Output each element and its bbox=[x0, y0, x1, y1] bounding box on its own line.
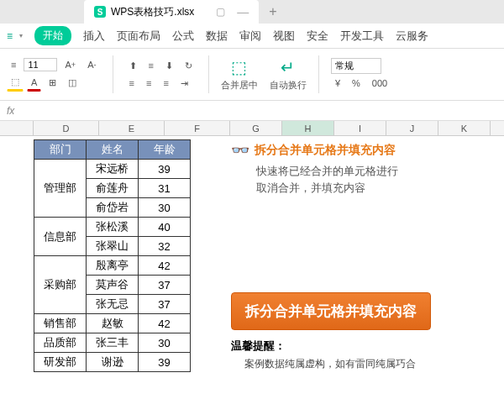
table-row: 研发部谢逊39 bbox=[34, 353, 191, 372]
currency-icon[interactable]: ¥ bbox=[331, 76, 344, 91]
name-cell[interactable]: 张三丰 bbox=[87, 333, 139, 353]
age-cell[interactable]: 31 bbox=[139, 179, 191, 198]
menubar: ≡ ▾ 开始 插入 页面布局 公式 数据 审阅 视图 安全 开发工具 云服务 bbox=[0, 24, 504, 49]
border-icon[interactable]: ⊞ bbox=[45, 75, 60, 91]
age-cell[interactable]: 40 bbox=[139, 218, 191, 237]
name-cell[interactable]: 殷离亭 bbox=[87, 256, 139, 276]
age-cell[interactable]: 30 bbox=[139, 198, 191, 218]
dept-cell[interactable]: 信息部 bbox=[34, 218, 87, 256]
dept-cell[interactable]: 研发部 bbox=[34, 353, 87, 372]
name-cell[interactable]: 俞莲舟 bbox=[87, 179, 139, 198]
info-title: 拆分合并单元格并填充内容 bbox=[255, 143, 396, 158]
tab-close-icon[interactable]: — bbox=[237, 5, 249, 18]
header-cell[interactable]: 姓名 bbox=[87, 140, 139, 160]
indent-icon[interactable]: ⇥ bbox=[176, 76, 192, 92]
menu-data[interactable]: 数据 bbox=[206, 29, 228, 44]
name-cell[interactable]: 俞岱岩 bbox=[87, 198, 139, 218]
number-format-select[interactable]: 常规 bbox=[331, 58, 381, 74]
new-tab-button[interactable]: + bbox=[269, 4, 276, 19]
dept-cell[interactable]: 管理部 bbox=[34, 160, 87, 218]
corner-cell[interactable] bbox=[0, 121, 34, 135]
age-cell[interactable]: 37 bbox=[139, 276, 191, 295]
data-table: 部门姓名年龄 管理部宋远桥39俞莲舟31俞岱岩30信息部张松溪40张翠山32采购… bbox=[34, 139, 191, 372]
age-cell[interactable]: 30 bbox=[139, 333, 191, 353]
dept-cell[interactable]: 销售部 bbox=[34, 314, 87, 333]
col-header-D[interactable]: D bbox=[34, 121, 99, 135]
decrease-font-icon[interactable]: A- bbox=[83, 57, 100, 72]
wrap-icon: ↵ bbox=[278, 57, 298, 77]
glasses-icon: 👓 bbox=[231, 141, 249, 160]
menu-file-icon[interactable]: ≡ bbox=[7, 30, 13, 42]
merge-center-button[interactable]: ⬚ 合并居中 bbox=[221, 57, 258, 92]
align-mid-icon[interactable]: ≡ bbox=[144, 58, 158, 73]
col-header-F[interactable]: F bbox=[165, 121, 230, 135]
menu-formula[interactable]: 公式 bbox=[172, 29, 194, 44]
header-cell[interactable]: 部门 bbox=[34, 140, 87, 160]
table-row: 销售部赵敏42 bbox=[34, 314, 191, 333]
percent-icon[interactable]: % bbox=[348, 76, 365, 91]
name-cell[interactable]: 张翠山 bbox=[87, 237, 139, 256]
dept-cell[interactable]: 品质部 bbox=[34, 333, 87, 353]
menu-layout[interactable]: 页面布局 bbox=[117, 29, 160, 44]
align-top2-icon[interactable]: ⬆ bbox=[125, 58, 141, 74]
name-cell[interactable]: 宋远桥 bbox=[87, 160, 139, 179]
header-cell[interactable]: 年龄 bbox=[139, 140, 191, 160]
align-left-icon[interactable]: ≡ bbox=[125, 76, 139, 91]
info-title-row: 👓 拆分合并单元格并填充内容 bbox=[231, 141, 475, 160]
menu-view[interactable]: 视图 bbox=[273, 29, 295, 44]
menu-left-icons: ≡ ▾ bbox=[7, 30, 23, 42]
name-cell[interactable]: 赵敏 bbox=[87, 314, 139, 333]
align-bot-icon[interactable]: ⬇ bbox=[161, 58, 177, 74]
formula-bar: fx bbox=[0, 101, 504, 121]
separator bbox=[318, 55, 319, 93]
separator bbox=[113, 55, 113, 93]
menu-security[interactable]: 安全 bbox=[307, 29, 328, 44]
align-top-icon[interactable]: ≡ bbox=[7, 57, 20, 72]
toolbar: ≡ 11 A+ A- ⬚ A ⊞ ◫ ⬆ ≡ ⬇ ↻ ≡ ≡ ≡ ⇥ ⬚ 合并居… bbox=[0, 49, 504, 101]
fx-label: fx bbox=[7, 105, 14, 117]
age-cell[interactable]: 39 bbox=[139, 160, 191, 179]
align-center-icon[interactable]: ≡ bbox=[142, 76, 155, 91]
col-header-G[interactable]: G bbox=[230, 121, 282, 135]
comma-icon[interactable]: 000 bbox=[368, 76, 391, 91]
table-row: 品质部张三丰30 bbox=[34, 333, 191, 353]
dept-cell[interactable]: 采购部 bbox=[34, 256, 87, 314]
separator bbox=[208, 55, 209, 93]
menu-review[interactable]: 审阅 bbox=[239, 29, 261, 44]
table-row: 信息部张松溪40 bbox=[34, 218, 191, 237]
age-cell[interactable]: 39 bbox=[139, 353, 191, 372]
increase-font-icon[interactable]: A+ bbox=[60, 57, 80, 72]
col-header-H[interactable]: H bbox=[282, 121, 334, 135]
table-row: 管理部宋远桥39 bbox=[34, 160, 191, 179]
age-cell[interactable]: 37 bbox=[139, 295, 191, 314]
name-cell[interactable]: 张无忌 bbox=[87, 295, 139, 314]
col-header-E[interactable]: E bbox=[99, 121, 165, 135]
col-header-I[interactable]: I bbox=[334, 121, 386, 135]
col-header-K[interactable]: K bbox=[438, 121, 491, 135]
info-desc: 快速将已经合并的单元格进行 取消合并，并填充内容 bbox=[256, 163, 475, 196]
tab-window-icon[interactable]: ▢ bbox=[216, 6, 225, 18]
remind-text: 案例数据纯属虚构，如有雷同纯属巧合 bbox=[244, 357, 475, 371]
age-cell[interactable]: 42 bbox=[139, 314, 191, 333]
split-merge-button[interactable]: 拆分合并单元格并填充内容 bbox=[231, 292, 431, 330]
menu-devtools[interactable]: 开发工具 bbox=[340, 29, 384, 44]
filename: WPS表格技巧.xlsx bbox=[111, 5, 194, 19]
orientation-icon[interactable]: ↻ bbox=[181, 58, 197, 74]
border2-icon[interactable]: ◫ bbox=[64, 75, 81, 91]
menu-insert[interactable]: 插入 bbox=[83, 29, 105, 44]
wrap-text-button[interactable]: ↵ 自动换行 bbox=[270, 57, 307, 92]
fill-color-icon[interactable]: ⬚ bbox=[7, 74, 24, 92]
name-cell[interactable]: 莫声谷 bbox=[87, 276, 139, 295]
col-header-J[interactable]: J bbox=[386, 121, 438, 135]
menu-start[interactable]: 开始 bbox=[34, 26, 71, 45]
age-cell[interactable]: 32 bbox=[139, 237, 191, 256]
age-cell[interactable]: 42 bbox=[139, 256, 191, 276]
font-color-icon[interactable]: A bbox=[27, 75, 41, 92]
file-tab[interactable]: S WPS表格技巧.xlsx ▢ — bbox=[84, 0, 259, 24]
name-cell[interactable]: 谢逊 bbox=[87, 353, 139, 372]
font-size-input[interactable]: 11 bbox=[24, 58, 57, 71]
align-right-icon[interactable]: ≡ bbox=[159, 76, 172, 91]
chevron-down-icon[interactable]: ▾ bbox=[19, 32, 23, 39]
name-cell[interactable]: 张松溪 bbox=[87, 218, 139, 237]
menu-cloud[interactable]: 云服务 bbox=[396, 29, 428, 44]
